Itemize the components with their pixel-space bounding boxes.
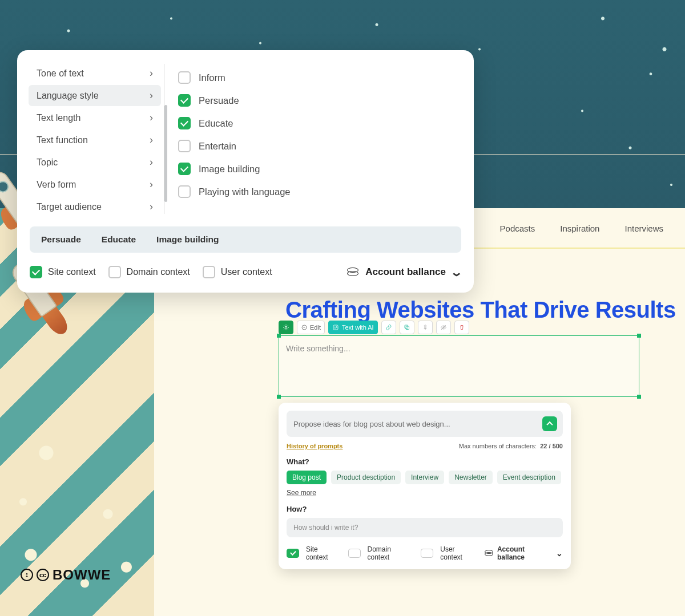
what-label: What? — [287, 457, 563, 466]
element-toolbar: Edit Text with AI — [279, 321, 469, 334]
char-count: Max numbers of characters: 22 / 500 — [459, 443, 563, 449]
context-label: User context — [221, 267, 272, 277]
gear-icon — [283, 324, 289, 331]
pin-icon — [422, 324, 429, 331]
text-with-ai-button[interactable]: Text with AI — [328, 321, 378, 334]
text-editor[interactable]: Write something... — [279, 335, 639, 397]
checkbox-educate[interactable] — [178, 117, 191, 129]
settings-button[interactable] — [279, 321, 293, 334]
checkbox-persuade[interactable] — [178, 94, 191, 107]
cc-attribution-icon — [21, 569, 33, 581]
selected-chips: Persuade Educate Image building — [30, 226, 461, 253]
page-title: Crafting Websites That Drive Results — [285, 297, 676, 323]
how-label: How? — [287, 505, 563, 513]
copy-icon — [404, 324, 410, 331]
brand-footer: cc BOWWE — [21, 567, 111, 583]
account-balance-small[interactable]: Account ballance ⌄ — [485, 545, 563, 561]
coins-icon — [347, 268, 360, 277]
brand-logo: BOWWE — [53, 567, 111, 583]
trash-icon — [458, 324, 465, 331]
see-more-link[interactable]: See more — [287, 489, 316, 497]
link-button[interactable] — [381, 321, 396, 334]
context-label: Domain context — [127, 267, 190, 277]
copy-button[interactable] — [400, 321, 414, 334]
sidebar-item-language-style[interactable]: Language style› — [29, 85, 161, 106]
scrollbar[interactable] — [164, 105, 167, 202]
checkbox-image-building[interactable] — [178, 163, 191, 175]
tag-blog-post[interactable]: Blog post — [287, 471, 327, 484]
tag-interview[interactable]: Interview — [405, 471, 444, 484]
ctx-label: Domain context — [368, 545, 414, 561]
history-link[interactable]: History of prompts — [287, 443, 342, 449]
context-label: Site context — [48, 267, 96, 277]
sidebar-item-verb-form[interactable]: Verb form› — [29, 174, 161, 195]
chevron-right-icon: › — [150, 179, 153, 191]
option-label: Educate — [199, 118, 233, 129]
prompt-placeholder: Propose ideas for blog post about web de… — [293, 420, 542, 428]
tag-newsletter[interactable]: Newsletter — [449, 471, 493, 484]
settings-sidebar: Tone of text› Language style› Text lengt… — [29, 62, 164, 218]
sidebar-item-tone[interactable]: Tone of text› — [29, 63, 161, 84]
chevron-down-icon: ⌄ — [556, 549, 563, 558]
sidebar-item-text-length[interactable]: Text length› — [29, 107, 161, 128]
chip[interactable]: Educate — [97, 232, 140, 247]
checkbox-inform[interactable] — [178, 71, 191, 84]
nav-interviews[interactable]: Interviews — [624, 224, 663, 233]
send-button[interactable] — [542, 416, 557, 431]
eye-off-icon — [440, 324, 447, 331]
arrow-up-icon — [546, 422, 553, 428]
checkbox-entertain[interactable] — [178, 140, 191, 152]
chip[interactable]: Image building — [152, 232, 223, 247]
checkbox-site-context[interactable] — [30, 266, 42, 278]
svg-rect-2 — [333, 325, 338, 330]
chevron-right-icon: › — [150, 112, 153, 124]
ai-prompt-panel: Propose ideas for blog post about web de… — [279, 403, 571, 569]
prompt-input[interactable]: Propose ideas for blog post about web de… — [287, 411, 563, 437]
coins-icon — [485, 550, 494, 557]
checkbox-site-context-small[interactable] — [287, 549, 299, 558]
account-balance[interactable]: Account ballance ⌄ — [347, 265, 461, 279]
options-list: Inform Persuade Educate Entertain Image … — [164, 62, 462, 218]
svg-rect-3 — [406, 326, 409, 330]
nav-inspiration[interactable]: Inspiration — [560, 224, 599, 233]
tag-event-description[interactable]: Event description — [497, 471, 561, 484]
chevron-right-icon: › — [150, 201, 153, 213]
option-label: Inform — [199, 72, 225, 83]
text-settings-popover: Tone of text› Language style› Text lengt… — [17, 50, 474, 293]
how-input[interactable]: How should i write it? — [287, 518, 563, 537]
sidebar-item-text-function[interactable]: Text function› — [29, 129, 161, 151]
delete-button[interactable] — [454, 321, 469, 334]
edit-button[interactable]: Edit — [297, 321, 325, 334]
editor-placeholder: Write something... — [286, 344, 350, 353]
checkbox-domain-context[interactable] — [108, 266, 121, 278]
svg-rect-4 — [405, 325, 408, 329]
checkbox-user-context-small[interactable] — [421, 549, 433, 558]
ctx-label: User context — [440, 545, 478, 561]
chevron-right-icon: › — [150, 156, 153, 168]
option-label: Image building — [199, 164, 260, 175]
ctx-label: Site context — [306, 545, 341, 561]
edit-icon — [301, 324, 308, 331]
option-label: Persuade — [199, 95, 239, 106]
sidebar-item-topic[interactable]: Topic› — [29, 152, 161, 173]
svg-point-0 — [285, 326, 287, 329]
nav-podcasts[interactable]: Podcasts — [500, 224, 535, 233]
checkbox-domain-context-small[interactable] — [348, 549, 361, 558]
option-label: Playing with language — [199, 187, 291, 197]
svg-point-7 — [26, 573, 28, 575]
checkbox-playing-language[interactable] — [178, 185, 191, 198]
top-nav: Podcasts Inspiration Interviews — [500, 224, 663, 233]
checkbox-user-context[interactable] — [203, 266, 215, 278]
chip[interactable]: Persuade — [37, 232, 86, 247]
option-label: Entertain — [199, 141, 236, 152]
cc-icon: cc — [37, 569, 49, 581]
chevron-right-icon: › — [150, 67, 153, 79]
link-icon — [385, 324, 392, 331]
tag-product-description[interactable]: Product desctiption — [331, 471, 401, 484]
visibility-button[interactable] — [436, 321, 451, 334]
chevron-down-icon: ⌄ — [450, 265, 464, 279]
sidebar-item-target-audience[interactable]: Target audience› — [29, 196, 161, 217]
pin-button[interactable] — [418, 321, 433, 334]
chevron-right-icon: › — [150, 134, 153, 146]
chevron-right-icon: › — [150, 90, 153, 102]
